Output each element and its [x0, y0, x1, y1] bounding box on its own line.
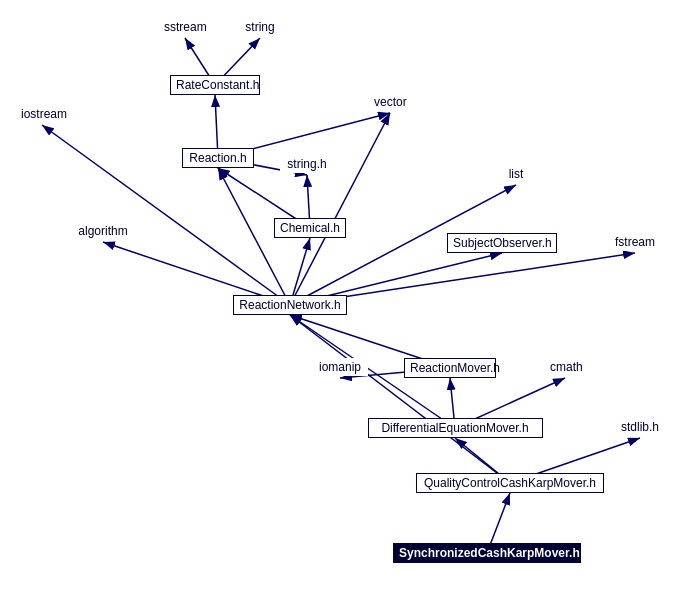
- node-ReactionNetwork: ReactionNetwork.h: [233, 295, 347, 315]
- node-iomanip: iomanip: [313, 358, 368, 376]
- node-algorithm: algorithm: [72, 222, 134, 240]
- node-Chemical: Chemical.h: [274, 218, 346, 238]
- node-ReactionMover: ReactionMover.h: [404, 358, 496, 378]
- node-iostream: iostream: [16, 105, 68, 123]
- node-Synchronized: SynchronizedCashKarpMover.h: [393, 543, 581, 563]
- node-cmath: cmath: [545, 358, 585, 376]
- node-sstream: sstream: [159, 18, 211, 36]
- node-QualityControl: QualityControlCashKarpMover.h: [416, 473, 604, 493]
- svg-line-22: [290, 315, 510, 483]
- node-list: list: [502, 165, 530, 183]
- node-RateConstant: RateConstant.h: [170, 75, 260, 95]
- node-string_h: string.h: [280, 155, 334, 173]
- node-SubjectObserver: SubjectObserver.h: [447, 233, 557, 253]
- node-Reaction: Reaction.h: [182, 148, 254, 168]
- node-stdlib: stdlib.h: [616, 418, 664, 436]
- svg-line-12: [290, 113, 390, 305]
- node-vector: vector: [369, 93, 411, 111]
- node-string: string: [239, 18, 281, 36]
- node-fstream: fstream: [610, 233, 660, 251]
- node-DiffEqMover: DifferentialEquationMover.h: [368, 418, 543, 438]
- dependency-diagram: sstreamstringiostreamRateConstant.hvecto…: [0, 0, 689, 603]
